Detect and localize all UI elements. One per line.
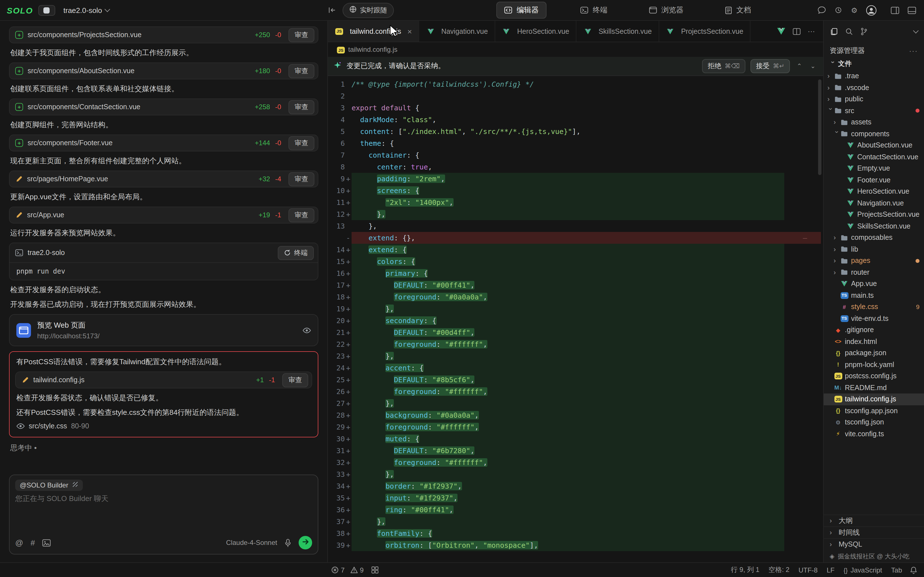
code-line[interactable]: 26+ foreground: "#ffffff", [328, 385, 823, 397]
tree-item-22[interactable]: ◆.gitignore [824, 324, 924, 336]
tree-item-28[interactable]: JStailwind.config.js [824, 393, 924, 405]
more-actions-icon[interactable]: ··· [808, 27, 815, 35]
web-preview-card[interactable]: 预览 Web 页面http://localhost:5173/ [9, 314, 318, 346]
file-reference-link[interactable]: src/style.css80-90 [16, 422, 311, 430]
workspace-tab-0[interactable]: 编辑器 [496, 2, 546, 19]
avatar[interactable] [866, 5, 877, 16]
mention-icon[interactable]: @ [15, 538, 23, 547]
tree-item-17[interactable]: ›router [824, 266, 924, 278]
tree-item-16[interactable]: ›pages [824, 255, 924, 266]
search-icon[interactable] [845, 27, 853, 35]
tree-item-29[interactable]: {}tsconfig.app.json [824, 405, 924, 417]
hash-icon[interactable]: # [31, 538, 35, 547]
code-line[interactable]: 35+ input: "#1f2937", [328, 492, 823, 504]
code-line[interactable]: - extend: {}, [328, 232, 823, 244]
chat-input-container[interactable]: @SOLO Builder @ # Claude-4-Sonnet [9, 475, 318, 554]
problems-indicator[interactable]: 7 9 [331, 566, 364, 574]
review-button[interactable]: 审查 [289, 100, 314, 114]
image-icon[interactable] [42, 539, 51, 546]
code-line[interactable]: 30+ muted: { [328, 433, 823, 445]
status-item-2[interactable]: UTF-8 [798, 566, 817, 574]
chat-bubble-icon[interactable] [818, 6, 826, 14]
layout-right-icon[interactable] [891, 6, 899, 14]
code-line[interactable]: 31+ DEFAULT: "#6b7280", [328, 445, 823, 456]
tree-item-21[interactable]: TSvite-env.d.ts [824, 313, 924, 324]
code-line[interactable]: 6 theme: { [328, 137, 823, 149]
close-icon[interactable]: × [407, 27, 412, 36]
code-line[interactable]: 12+ }, [328, 208, 823, 220]
tree-item-5[interactable]: ›components [824, 128, 924, 140]
terminal-button[interactable]: 终端 [278, 246, 314, 260]
tree-item-27[interactable]: M↓README.md [824, 382, 924, 393]
file-change-card[interactable]: +src/components/AboutSection.vue+180-0审查 [9, 63, 318, 79]
file-change-card[interactable]: src/pages/HomePage.vue+32-4审查 [9, 171, 318, 187]
tree-item-15[interactable]: ›lib [824, 243, 924, 255]
editor-tab-4[interactable]: ProjectsSection.vue [659, 21, 751, 42]
review-button[interactable]: 审查 [282, 373, 308, 387]
accept-button[interactable]: 接受 ⌘↵ [751, 59, 790, 73]
code-line[interactable]: 21+ DEFAULT: "#00d4ff", [328, 327, 823, 338]
code-line[interactable]: 14+ extend: { [328, 244, 823, 256]
tree-item-11[interactable]: Navigation.vue [824, 197, 924, 209]
tree-item-20[interactable]: #style.css9 [824, 301, 924, 313]
editor-tab-2[interactable]: HeroSection.vue [495, 21, 577, 42]
code-line[interactable]: 29+ foreground: "#ffffff", [328, 421, 823, 433]
tree-item-7[interactable]: ContactSection.vue [824, 151, 924, 163]
chat-message-list[interactable]: +src/components/ProjectsSection.vue+250-… [0, 21, 327, 470]
context-badge[interactable]: @SOLO Builder [15, 480, 83, 491]
promo-row[interactable]: ◈ 掘金线报社区 @ 大头小吃 [824, 550, 924, 562]
code-line[interactable]: 10+ screens: { [328, 185, 823, 197]
file-change-card[interactable]: +src/components/Footer.vue+144-0审查 [9, 135, 318, 152]
code-line[interactable]: 36+ ring: "#00ff41", [328, 504, 823, 516]
sidebar-panel-1[interactable]: ›时间线 [824, 526, 924, 538]
editor-scrollbar[interactable] [818, 79, 821, 175]
next-change-icon[interactable]: ⌄ [809, 63, 817, 70]
tree-item-0[interactable]: ›.trae [824, 70, 924, 82]
tree-item-2[interactable]: ›public [824, 93, 924, 105]
tree-item-30[interactable]: ⚙tsconfig.json [824, 417, 924, 428]
editor-tab-1[interactable]: Navigation.vue [419, 21, 495, 42]
tree-item-26[interactable]: JSpostcss.config.js [824, 371, 924, 382]
editor-tab-3[interactable]: SkillsSection.vue [577, 21, 659, 42]
project-selector[interactable]: trae2.0-solo [63, 6, 109, 15]
ports-grid-icon[interactable] [372, 566, 379, 574]
review-button[interactable]: 审查 [289, 28, 314, 42]
code-line[interactable]: 9+ padding: "2rem", [328, 173, 823, 185]
history-icon[interactable] [835, 6, 843, 14]
tree-item-18[interactable]: App.vue [824, 278, 924, 290]
code-line[interactable]: 33+ }, [328, 468, 823, 480]
eye-icon[interactable] [302, 327, 311, 334]
code-line[interactable]: 34+ border: "#1f2937", [328, 480, 823, 492]
tree-item-6[interactable]: AboutSection.vue [824, 140, 924, 151]
terminal-card[interactable]: trae2.0-solo终端pnpm run dev [9, 243, 318, 280]
tree-item-31[interactable]: ⚡vite.config.ts [824, 428, 924, 440]
reject-button[interactable]: 拒绝 ⌘⌫ [702, 59, 745, 73]
file-change-card[interactable]: +src/components/ProjectsSection.vue+250-… [9, 26, 318, 44]
vue-preview-icon[interactable] [777, 27, 785, 35]
code-line[interactable]: 25+ DEFAULT: "#8b5cf6", [328, 374, 823, 385]
collapse-panel-icon[interactable] [328, 7, 336, 13]
status-item-1[interactable]: 空格: 2 [769, 565, 790, 575]
review-button[interactable]: 审查 [289, 136, 314, 150]
git-branch-icon[interactable] [860, 27, 867, 35]
file-change-card[interactable]: +src/components/ContactSection.vue+258-0… [9, 98, 318, 115]
status-item-3[interactable]: LF [827, 566, 834, 574]
code-line[interactable]: 5 content: ["./index.html", "./src/**/*.… [328, 126, 823, 137]
code-line[interactable]: 8 center: true, [328, 161, 823, 173]
status-item-4[interactable]: {}JavaScript [844, 566, 882, 574]
workspace-tab-2[interactable]: 浏览器 [641, 2, 691, 19]
model-selector[interactable]: Claude-4-Sonnet [226, 539, 277, 546]
chat-input[interactable] [15, 494, 312, 533]
sidebar-panel-2[interactable]: ›MySQL [824, 538, 924, 550]
code-line[interactable]: 20+ secondary: { [328, 315, 823, 327]
code-line[interactable]: 37+ }, [328, 516, 823, 527]
code-editor[interactable]: 1/** @type {import('tailwindcss').Config… [328, 76, 823, 562]
tree-item-24[interactable]: {}package.json [824, 347, 924, 359]
tree-item-19[interactable]: TSmain.ts [824, 290, 924, 301]
editor-tab-0[interactable]: JStailwind.config.js× [328, 21, 419, 42]
more-icon[interactable]: ··· [909, 47, 918, 55]
gear-icon[interactable]: ⚙ [851, 6, 858, 15]
code-line[interactable]: 32+ foreground: "#ffffff", [328, 456, 823, 468]
code-line[interactable]: 2 [328, 90, 823, 102]
tree-item-12[interactable]: ProjectsSection.vue [824, 209, 924, 221]
